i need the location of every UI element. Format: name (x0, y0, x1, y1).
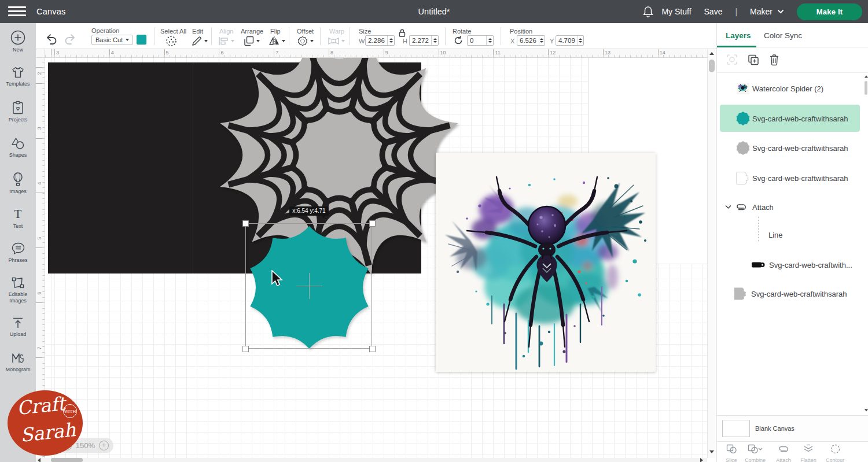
height-input[interactable]: 2.272 (409, 35, 439, 46)
horizontal-scrollbar-thumb[interactable] (51, 458, 83, 462)
machine-select[interactable]: Maker (750, 7, 784, 16)
sidebar-item-new[interactable]: New (0, 30, 36, 53)
tab-color-sync[interactable]: Color Sync (764, 31, 802, 40)
vruler-number: 6 (36, 290, 42, 296)
sidebar-item-phrases[interactable]: Phrases (0, 242, 36, 264)
select-all-label: Select All (160, 28, 186, 35)
my-stuff-link[interactable]: My Stuff (661, 7, 691, 16)
layer-row-watercolor-spider[interactable]: Watercolor Spider (2) (717, 75, 868, 102)
layer-row-svg-card-web-white[interactable]: Svg-card-web-craftwithsarah (717, 164, 868, 191)
zoom-level: 150% (76, 441, 95, 450)
ruler-corner (36, 49, 45, 58)
chevron-down-icon (777, 9, 784, 14)
zoom-in-button[interactable]: + (99, 441, 109, 450)
redo-icon[interactable] (64, 33, 77, 46)
scroll-up-icon[interactable] (709, 52, 714, 55)
contour-icon (830, 444, 841, 454)
offset-button[interactable] (297, 35, 314, 47)
position-y-input[interactable]: 4.709 (556, 35, 584, 46)
selection-handle-bottom-right[interactable] (369, 346, 376, 352)
layers-scroll-down-icon[interactable] (865, 409, 868, 412)
operation-color-swatch[interactable] (137, 35, 146, 45)
card-fold-line (193, 62, 193, 273)
warp-button[interactable] (328, 36, 345, 46)
layer-row-svg-card-web-gray2[interactable]: Svg-card-web-craftwithsarah (717, 280, 868, 307)
sidebar-item-monogram[interactable]: Monogram (0, 351, 36, 373)
sidebar-item-images[interactable]: Images (0, 172, 36, 195)
warp-icon (328, 36, 340, 46)
layers-scrollbar[interactable] (864, 73, 868, 415)
flatten-button[interactable]: Flatten (797, 444, 820, 462)
vruler-number: 3 (36, 125, 42, 131)
blank-canvas-row[interactable]: Blank Canvas (717, 415, 868, 441)
layer-row-line[interactable]: Line (717, 221, 868, 248)
sidebar-item-projects[interactable]: Projects (0, 101, 36, 123)
make-it-button[interactable]: Make It (797, 3, 862, 20)
flip-caret-icon (282, 40, 285, 42)
sidebar-item-templates[interactable]: Templates (0, 65, 36, 87)
position-x-input[interactable]: 6.526 (517, 35, 545, 46)
sidebar-item-shapes[interactable]: Shapes (0, 136, 36, 158)
layers-scroll-up-icon[interactable] (865, 76, 868, 78)
hruler-number: 6 (220, 50, 223, 56)
undo-icon[interactable] (45, 33, 58, 46)
layer-row-svg-card-web-selected[interactable]: Svg-card-web-craftwithsarah (717, 105, 868, 132)
width-spinner[interactable] (387, 36, 394, 45)
layer-row-svg-card-web-gray[interactable]: Svg-card-web-craftwithsarah (717, 134, 868, 161)
duplicate-icon[interactable] (747, 54, 760, 66)
rotate-spinner[interactable] (486, 36, 493, 45)
selection-handle-top-left[interactable] (242, 220, 249, 227)
attach-button[interactable]: Attach (773, 444, 795, 462)
offset-label: Offset (297, 28, 314, 35)
sidebar-item-text[interactable]: T Text (0, 208, 36, 230)
height-spinner[interactable] (431, 36, 438, 45)
size-label: Size (359, 28, 371, 35)
phrases-speech-bubble-icon (11, 242, 25, 256)
edit-button[interactable] (191, 35, 208, 47)
vruler-number: 4 (36, 180, 42, 186)
notifications-bell-icon[interactable] (643, 6, 653, 17)
watercolor-spider-image[interactable] (436, 153, 656, 372)
sidebar-item-upload[interactable]: Upload (0, 316, 36, 338)
vruler-number: 5 (36, 235, 42, 241)
size-lock-icon[interactable] (398, 28, 406, 38)
canvas-horizontal-scrollbar[interactable] (36, 458, 707, 462)
trash-icon[interactable] (769, 54, 779, 66)
editable-images-icon (10, 276, 25, 290)
blank-canvas-swatch[interactable] (722, 420, 750, 437)
rotate-icon[interactable] (453, 35, 464, 46)
tab-layers[interactable]: Layers (726, 31, 751, 40)
position-y-spinner[interactable] (578, 36, 583, 45)
contour-button[interactable]: Contour (822, 444, 848, 462)
vertical-scrollbar-thumb[interactable] (709, 60, 715, 72)
scroll-right-icon[interactable] (700, 458, 703, 462)
rotate-input[interactable]: 0 (467, 35, 494, 46)
layer-row-svg-card-web-black[interactable]: Svg-card-web-craftwith... (717, 251, 868, 278)
selection-handle-bottom-left[interactable] (242, 346, 249, 352)
flip-button[interactable] (269, 35, 285, 47)
position-x-spinner[interactable] (539, 36, 545, 45)
text-icon: T (12, 208, 24, 221)
layers-scrollbar-thumb[interactable] (865, 81, 867, 95)
offset-icon (297, 35, 308, 47)
arrange-button[interactable] (243, 35, 260, 47)
operation-dropdown[interactable]: Basic Cut (91, 35, 133, 45)
select-all-icon[interactable] (165, 35, 177, 47)
canvas-vertical-scrollbar[interactable] (707, 49, 715, 458)
shapes-icon (10, 136, 25, 150)
selection-handle-top-right[interactable] (369, 220, 376, 227)
chevron-down-icon[interactable] (725, 205, 731, 209)
canvas-viewport[interactable]: x:6.54 y:4.71 (45, 58, 707, 458)
combine-button[interactable]: Combine (742, 444, 768, 462)
sidebar-item-editable-images[interactable]: Editable Images (0, 276, 36, 304)
hruler-number: 12 (550, 50, 556, 56)
layer-group-attach[interactable]: Attach (717, 193, 868, 220)
group-select-icon[interactable] (726, 54, 738, 65)
save-link[interactable]: Save (704, 7, 723, 16)
align-button[interactable] (218, 36, 234, 46)
hruler-number: 4 (111, 50, 114, 56)
scroll-down-icon[interactable] (709, 450, 714, 453)
slice-button[interactable]: Slice (722, 444, 741, 462)
scroll-left-icon[interactable] (38, 458, 41, 462)
width-input[interactable]: 2.286 (365, 35, 395, 46)
